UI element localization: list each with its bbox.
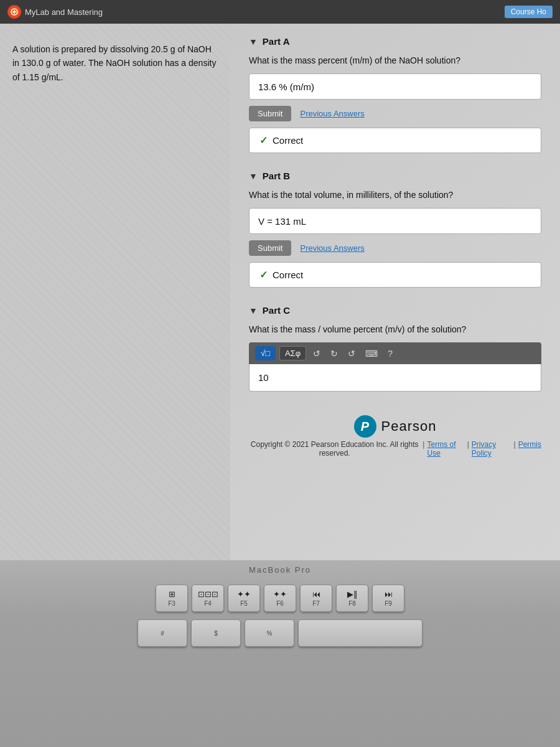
toolbar-undo-icon[interactable]: ↺ — [310, 347, 324, 360]
part-b-submit-row: Submit Previous Answers — [249, 240, 541, 256]
part-a-checkmark-icon: ✓ — [259, 134, 268, 146]
f3-icon: ⊞ — [169, 590, 175, 599]
f6-label: F6 — [276, 600, 284, 607]
toolbar-keyboard-icon[interactable]: ⌨ — [362, 347, 381, 360]
top-bar-right: Course Ho — [505, 6, 553, 18]
part-b-title: Part B — [263, 171, 290, 181]
top-bar-left: MyLab and Mastering — [7, 5, 103, 19]
f6-icon: ✦✦ — [273, 590, 287, 599]
part-c-title: Part C — [263, 305, 290, 316]
key-f9[interactable]: ⏭ F9 — [372, 585, 404, 612]
pearson-p-icon: P — [354, 415, 376, 438]
toolbar-greek-icon: AΣφ — [285, 349, 301, 358]
key-f3[interactable]: ⊞ F3 — [156, 585, 188, 612]
problem-statement: A solution is prepared by dissolving 20.… — [12, 42, 218, 84]
macbook-keyboard-area: MacBook Pro ⊞ F3 ⊡⊡⊡ F4 ✦✦ F5 ✦✦ F6 ⏮ F7… — [0, 560, 560, 747]
part-a-title: Part A — [263, 36, 290, 47]
function-key-row: ⊞ F3 ⊡⊡⊡ F4 ✦✦ F5 ✦✦ F6 ⏮ F7 ▶‖ F8 ⏭ F9 — [156, 585, 404, 612]
part-a-prev-answers-link[interactable]: Previous Answers — [300, 109, 364, 118]
part-c-section: ▼ Part C What is the mass / volume perce… — [249, 305, 541, 392]
mylab-logo: MyLab and Mastering — [7, 5, 103, 19]
f4-icon: ⊡⊡⊡ — [198, 590, 218, 599]
part-a-section: ▼ Part A What is the mass percent (m/m) … — [249, 36, 541, 153]
part-b-checkmark-icon: ✓ — [259, 269, 268, 281]
part-c-input-field[interactable]: 10 — [249, 364, 541, 392]
key-f7[interactable]: ⏮ F7 — [300, 585, 332, 612]
part-a-answer-value: 13.6 % (m/m) — [258, 82, 314, 92]
part-b-arrow-icon: ▼ — [249, 171, 258, 181]
pearson-name-label: Pearson — [381, 418, 437, 435]
privacy-policy-link[interactable]: Privacy Policy — [472, 440, 511, 458]
part-a-question: What is the mass percent (m/m) of the Na… — [249, 54, 541, 67]
f5-label: F5 — [240, 600, 248, 607]
part-b-question: What is the total volume, in milliliters… — [249, 189, 541, 202]
part-a-header: ▼ Part A — [249, 36, 541, 47]
part-b-answer-box: V = 131 mL — [249, 208, 541, 234]
part-c-arrow-icon: ▼ — [249, 306, 258, 316]
part-b-answer-value: V = 131 mL — [258, 216, 306, 227]
key-f5[interactable]: ✦✦ F5 — [228, 585, 260, 612]
permissions-link[interactable]: Permis — [518, 440, 541, 458]
key-spacebar[interactable] — [298, 619, 422, 647]
terms-of-use-link[interactable]: Terms of Use — [427, 440, 464, 458]
sep-2: | — [467, 440, 469, 458]
course-home-button[interactable]: Course Ho — [505, 6, 553, 18]
footer-links: Copyright © 2021 Pearson Education Inc. … — [249, 440, 541, 458]
sep-1: | — [422, 440, 424, 458]
part-b-header: ▼ Part B — [249, 171, 541, 181]
part-a-submit-row: Submit Previous Answers — [249, 106, 541, 121]
part-b-section: ▼ Part B What is the total volume, in mi… — [249, 171, 541, 288]
math-toolbar: √□ AΣφ ↺ ↻ ↺ ⌨ ? — [249, 342, 541, 364]
left-panel: A solution is prepared by dissolving 20.… — [0, 24, 230, 560]
key-f8[interactable]: ▶‖ F8 — [336, 585, 368, 612]
toolbar-fraction-button[interactable]: √□ — [255, 346, 276, 360]
key-percent[interactable]: % — [245, 619, 294, 647]
f9-label: F9 — [385, 600, 392, 607]
part-b-correct-box: ✓ Correct — [249, 262, 541, 288]
key-hash[interactable]: # — [138, 619, 187, 647]
top-bar: MyLab and Mastering Course Ho — [0, 0, 560, 24]
mylab-label: MyLab and Mastering — [25, 7, 103, 17]
part-b-submit-button[interactable]: Submit — [249, 240, 291, 256]
toolbar-help-icon[interactable]: ? — [385, 347, 396, 360]
mylab-icon — [7, 5, 21, 19]
footer-section: P Pearson Copyright © 2021 Pearson Educa… — [249, 409, 541, 458]
macbook-label: MacBook Pro — [249, 565, 311, 575]
part-c-input-value: 10 — [258, 372, 269, 383]
part-b-prev-answers-link[interactable]: Previous Answers — [300, 243, 364, 253]
f7-icon: ⏮ — [312, 590, 320, 599]
key-f6[interactable]: ✦✦ F6 — [264, 585, 296, 612]
right-panel: ▼ Part A What is the mass percent (m/m) … — [230, 24, 560, 560]
toolbar-greek-button[interactable]: AΣφ — [279, 346, 306, 360]
f8-label: F8 — [348, 600, 356, 607]
toolbar-refresh-icon[interactable]: ↺ — [345, 347, 358, 360]
part-c-header: ▼ Part C — [249, 305, 541, 316]
key-dollar[interactable]: $ — [191, 619, 241, 647]
part-a-submit-button[interactable]: Submit — [249, 106, 291, 121]
f7-label: F7 — [312, 600, 320, 607]
toolbar-redo-icon[interactable]: ↻ — [327, 347, 341, 360]
f5-icon: ✦✦ — [237, 590, 251, 599]
toolbar-fraction-icon: √□ — [261, 349, 270, 358]
f3-label: F3 — [168, 600, 175, 607]
part-a-arrow-icon: ▼ — [249, 37, 258, 47]
key-f4[interactable]: ⊡⊡⊡ F4 — [192, 585, 224, 612]
f9-icon: ⏭ — [385, 590, 393, 599]
copyright-text: Copyright © 2021 Pearson Education Inc. … — [249, 440, 420, 458]
part-a-correct-box: ✓ Correct — [249, 128, 541, 153]
part-b-correct-label: Correct — [273, 270, 303, 280]
pearson-logo: P Pearson — [354, 415, 437, 438]
part-c-question: What is the mass / volume percent (m/v) … — [249, 323, 541, 336]
part-a-correct-label: Correct — [273, 135, 303, 146]
f8-icon: ▶‖ — [347, 590, 358, 599]
f4-label: F4 — [204, 600, 212, 607]
sep-3: | — [514, 440, 516, 458]
part-a-answer-box: 13.6 % (m/m) — [249, 73, 541, 100]
